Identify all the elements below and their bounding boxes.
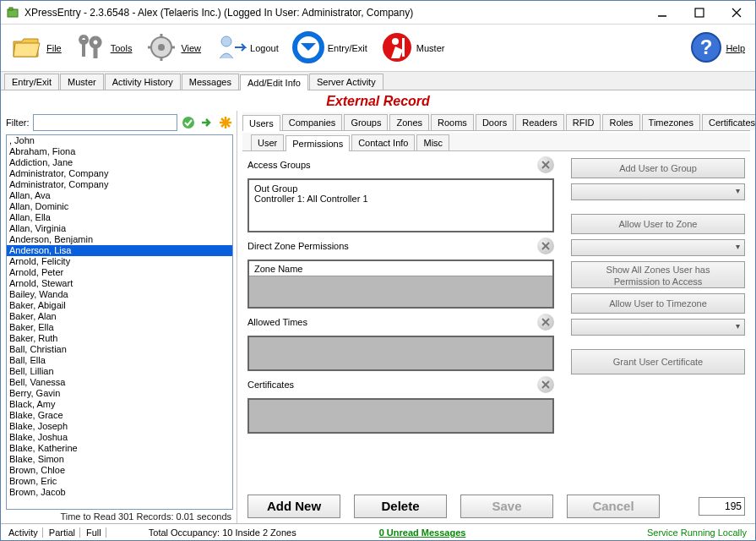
filter-apply-button[interactable] bbox=[181, 115, 196, 130]
service-status-text: Service Running Locally bbox=[647, 527, 752, 538]
file-menu[interactable]: File bbox=[6, 33, 67, 63]
list-item[interactable]: , John bbox=[7, 135, 232, 146]
list-item[interactable]: Arnold, Peter bbox=[7, 267, 232, 278]
logout-button[interactable]: Logout bbox=[209, 33, 284, 63]
list-item[interactable]: Baker, Ella bbox=[7, 322, 232, 333]
save-button[interactable]: Save bbox=[460, 495, 553, 518]
status-full-button[interactable]: Full bbox=[82, 527, 106, 538]
user-listbox[interactable]: , JohnAbraham, FionaAddiction, JaneAdmin… bbox=[6, 134, 233, 510]
list-item[interactable]: Administrator, Company bbox=[7, 168, 232, 179]
list-item[interactable]: Brown, Eric bbox=[7, 476, 232, 487]
entity-tab-readers[interactable]: Readers bbox=[515, 114, 564, 130]
filter-go-button[interactable] bbox=[199, 115, 215, 130]
list-item[interactable]: Berry, Gavin bbox=[7, 388, 232, 399]
remove-allowed-time-button[interactable] bbox=[537, 314, 554, 331]
entity-tab-zones[interactable]: Zones bbox=[389, 114, 429, 130]
view-menu[interactable]: View bbox=[140, 33, 206, 63]
main-tab-entry-exit[interactable]: Entry/Exit bbox=[4, 74, 59, 90]
add-user-to-group-button[interactable]: Add User to Group bbox=[571, 158, 745, 178]
close-button[interactable] bbox=[718, 1, 755, 24]
allow-user-to-zone-button[interactable]: Allow User to Zone bbox=[571, 214, 745, 234]
entity-tab-roles[interactable]: Roles bbox=[602, 114, 639, 130]
entity-tab-doors[interactable]: Doors bbox=[476, 114, 514, 130]
record-number-field[interactable] bbox=[699, 497, 745, 516]
list-item[interactable]: Blake, Katherine bbox=[7, 443, 232, 454]
help-menu[interactable]: ? Help bbox=[685, 31, 750, 65]
list-item[interactable]: Baker, Alan bbox=[7, 311, 232, 322]
list-item[interactable]: Allan, Ava bbox=[7, 190, 232, 201]
main-tab-activity-history[interactable]: Activity History bbox=[105, 74, 181, 90]
list-item[interactable]: Bell, Vanessa bbox=[7, 377, 232, 388]
entity-tab-rooms[interactable]: Rooms bbox=[431, 114, 474, 130]
list-item[interactable]: Anderson, Benjamin bbox=[7, 234, 232, 245]
list-item[interactable]: Baker, Ruth bbox=[7, 333, 232, 344]
list-item[interactable]: Ball, Christian bbox=[7, 344, 232, 355]
timezone-dropdown[interactable] bbox=[571, 319, 745, 336]
svg-rect-18 bbox=[402, 38, 405, 57]
list-item[interactable]: Arnold, Stewart bbox=[7, 278, 232, 289]
list-item[interactable]: Addiction, Jane bbox=[7, 157, 232, 168]
list-item[interactable]: Allan, Virginia bbox=[7, 223, 232, 234]
list-item[interactable]: Arnold, Felicity bbox=[7, 256, 232, 267]
entity-tab-rfid[interactable]: RFID bbox=[566, 114, 601, 130]
entry-exit-button[interactable]: Entry/Exit bbox=[287, 31, 373, 65]
entity-tab-companies[interactable]: Companies bbox=[282, 114, 343, 130]
filter-input[interactable] bbox=[33, 114, 178, 131]
list-item[interactable]: Blake, Joshua bbox=[7, 432, 232, 443]
list-item[interactable]: Blake, Grace bbox=[7, 410, 232, 421]
list-item[interactable]: Anderson, Lisa bbox=[7, 245, 232, 256]
status-partial-button[interactable]: Partial bbox=[45, 527, 80, 538]
list-item[interactable]: Bell, Lillian bbox=[7, 366, 232, 377]
detail-tab-permissions[interactable]: Permissions bbox=[286, 135, 350, 151]
list-item[interactable]: Allan, Dominic bbox=[7, 201, 232, 212]
muster-button[interactable]: Muster bbox=[376, 31, 450, 65]
tools-menu[interactable]: Tools bbox=[70, 33, 138, 63]
status-activity-button[interactable]: Activity bbox=[4, 527, 43, 538]
access-groups-box[interactable]: Out GroupController 1: All Controller 1 bbox=[247, 178, 554, 232]
list-item[interactable]: Blake, Simon bbox=[7, 454, 232, 465]
window-controls bbox=[644, 1, 755, 24]
list-item[interactable]: Blake, Joseph bbox=[7, 421, 232, 432]
entity-tab-groups[interactable]: Groups bbox=[344, 114, 388, 130]
svg-rect-3 bbox=[695, 8, 704, 17]
list-item[interactable]: Allan, Ella bbox=[7, 212, 232, 223]
zone-dropdown[interactable] bbox=[571, 239, 745, 256]
entity-tab-timezones[interactable]: Timezones bbox=[642, 114, 700, 130]
main-tab-muster[interactable]: Muster bbox=[60, 74, 104, 90]
maximize-button[interactable] bbox=[681, 1, 718, 24]
entity-tab-users[interactable]: Users bbox=[242, 115, 280, 131]
list-item[interactable]: Black, Amy bbox=[7, 399, 232, 410]
add-new-button[interactable]: Add New bbox=[247, 495, 340, 518]
main-tab-messages[interactable]: Messages bbox=[182, 74, 239, 90]
main-tab-server-activity[interactable]: Server Activity bbox=[309, 74, 383, 90]
list-item[interactable]: Ball, Ella bbox=[7, 355, 232, 366]
list-item[interactable]: Brown, Jacob bbox=[7, 487, 232, 498]
direct-zone-grid[interactable]: Zone Name bbox=[247, 260, 554, 309]
grant-user-certificate-button[interactable]: Grant User Certificate bbox=[571, 349, 745, 374]
list-item[interactable]: Abraham, Fiona bbox=[7, 146, 232, 157]
group-dropdown[interactable] bbox=[571, 183, 745, 200]
remove-access-group-button[interactable] bbox=[537, 156, 554, 173]
delete-button[interactable]: Delete bbox=[354, 495, 447, 518]
list-item[interactable]: Administrator, Company bbox=[7, 179, 232, 190]
detail-tab-contact-info[interactable]: Contact Info bbox=[351, 134, 415, 150]
remove-certificate-button[interactable] bbox=[537, 376, 554, 393]
access-group-item[interactable]: Out Group bbox=[254, 183, 547, 194]
access-group-item[interactable]: Controller 1: All Controller 1 bbox=[254, 194, 547, 204]
certificates-grid[interactable] bbox=[247, 398, 554, 434]
remove-zone-button[interactable] bbox=[537, 238, 554, 254]
filter-options-button[interactable] bbox=[218, 115, 233, 130]
unread-messages-link[interactable]: 0 Unread Messages bbox=[373, 527, 473, 538]
minimize-button[interactable] bbox=[644, 1, 681, 24]
cancel-button[interactable]: Cancel bbox=[567, 495, 660, 518]
allow-user-to-timezone-button[interactable]: Allow User to Timezone bbox=[571, 293, 745, 314]
main-tab-add-edit-info[interactable]: Add/Edit Info bbox=[240, 74, 308, 90]
list-item[interactable]: Baker, Abigail bbox=[7, 300, 232, 311]
show-all-zones-button[interactable]: Show All Zones User has Permission to Ac… bbox=[571, 261, 745, 288]
entity-tab-certificates[interactable]: Certificates bbox=[702, 114, 755, 130]
list-item[interactable]: Brown, Chloe bbox=[7, 465, 232, 476]
allowed-times-grid[interactable] bbox=[247, 336, 554, 371]
list-item[interactable]: Bailey, Wanda bbox=[7, 289, 232, 300]
detail-tab-misc[interactable]: Misc bbox=[416, 134, 449, 150]
detail-tab-user[interactable]: User bbox=[251, 134, 284, 150]
